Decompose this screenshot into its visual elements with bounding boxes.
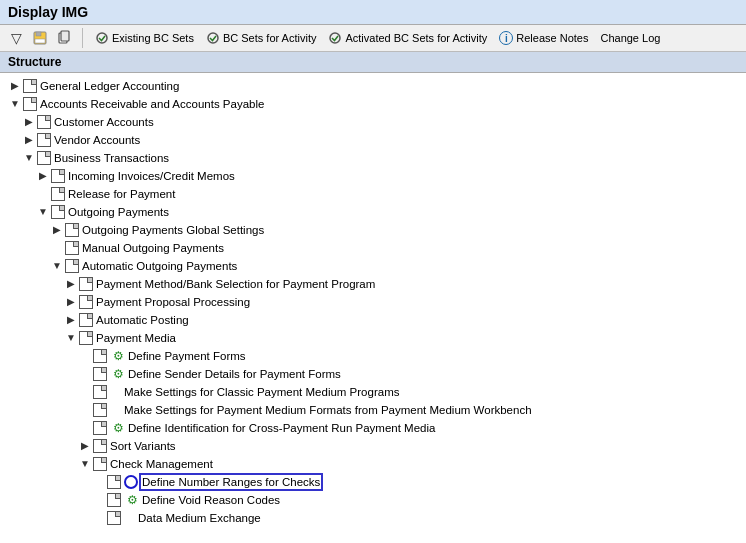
tree-node-business-transactions[interactable]: ▼ Business Transactions (4, 149, 742, 167)
doc-icon (36, 150, 52, 166)
existing-bc-sets-btn[interactable]: Existing BC Sets (91, 29, 198, 47)
expander-automatic-posting[interactable]: ▶ (64, 313, 78, 327)
section-header: Structure (0, 52, 746, 73)
doc-icon (92, 420, 108, 436)
tree-node-classic-payment[interactable]: Make Settings for Classic Payment Medium… (4, 383, 742, 401)
tree-node-vendor-accounts[interactable]: ▶ Vendor Accounts (4, 131, 742, 149)
expander-payment-method[interactable]: ▶ (64, 277, 78, 291)
doc-icon (22, 96, 38, 112)
expander-automatic-outgoing[interactable]: ▼ (50, 259, 64, 273)
doc-icon (36, 132, 52, 148)
tree-node-void-reason-codes[interactable]: ⚙ Define Void Reason Codes (4, 491, 742, 509)
node-label: Accounts Receivable and Accounts Payable (40, 96, 264, 112)
release-notes-btn[interactable]: i Release Notes (495, 29, 592, 47)
expander-incoming-invoices[interactable]: ▶ (36, 169, 50, 183)
node-label: General Ledger Accounting (40, 78, 179, 94)
doc-icon (78, 276, 94, 292)
expander-accounts-receivable[interactable]: ▼ (8, 97, 22, 111)
node-label: Data Medium Exchange (138, 510, 261, 526)
doc-icon (64, 258, 80, 274)
save-icon[interactable] (30, 28, 50, 48)
node-label[interactable]: Define Number Ranges for Checks (140, 474, 322, 490)
expander-customer-accounts[interactable]: ▶ (22, 115, 36, 129)
tree-node-global-settings[interactable]: ▶ Outgoing Payments Global Settings (4, 221, 742, 239)
tree-node-release-for-payment[interactable]: Release for Payment (4, 185, 742, 203)
bc-sets-activity-btn[interactable]: BC Sets for Activity (202, 29, 321, 47)
tree-node-general-ledger[interactable]: ▶ General Ledger Accounting (4, 77, 742, 95)
expander-business-transactions[interactable]: ▼ (22, 151, 36, 165)
doc-icon (50, 204, 66, 220)
node-label: Define Void Reason Codes (142, 492, 280, 508)
node-label: Make Settings for Classic Payment Medium… (124, 384, 399, 400)
svg-point-6 (208, 33, 218, 43)
doc-icon (92, 366, 108, 382)
svg-rect-4 (61, 31, 69, 41)
expander-check-management[interactable]: ▼ (78, 457, 92, 471)
tree-node-cross-payment[interactable]: ⚙ Define Identification for Cross-Paymen… (4, 419, 742, 437)
node-label: Define Identification for Cross-Payment … (128, 420, 435, 436)
svg-point-5 (97, 33, 107, 43)
title-bar: Display IMG (0, 0, 746, 25)
node-label: Release for Payment (68, 186, 175, 202)
node-label: Automatic Posting (96, 312, 189, 328)
node-label: Vendor Accounts (54, 132, 140, 148)
doc-icon (78, 330, 94, 346)
expander-payment-proposal[interactable]: ▶ (64, 295, 78, 309)
tree-node-automatic-outgoing[interactable]: ▼ Automatic Outgoing Payments (4, 257, 742, 275)
doc-icon (106, 492, 122, 508)
expander-global-settings[interactable]: ▶ (50, 223, 64, 237)
tree-node-incoming-invoices[interactable]: ▶ Incoming Invoices/Credit Memos (4, 167, 742, 185)
svg-rect-2 (35, 39, 45, 43)
tree-node-outgoing-payments[interactable]: ▼ Outgoing Payments (4, 203, 742, 221)
doc-icon (64, 222, 80, 238)
doc-icon (92, 456, 108, 472)
doc-icon (106, 474, 122, 490)
tree-node-customer-accounts[interactable]: ▶ Customer Accounts (4, 113, 742, 131)
expander-sort-variants[interactable]: ▶ (78, 439, 92, 453)
tree-node-accounts-receivable[interactable]: ▼ Accounts Receivable and Accounts Payab… (4, 95, 742, 113)
doc-icon (78, 294, 94, 310)
doc-icon (50, 168, 66, 184)
gear-icon: ⚙ (124, 492, 140, 508)
tree-node-define-sender-details[interactable]: ⚙ Define Sender Details for Payment Form… (4, 365, 742, 383)
expander-outgoing-payments[interactable]: ▼ (36, 205, 50, 219)
arrow-down-icon[interactable]: ▽ (6, 28, 26, 48)
tree-node-payment-medium-workbench[interactable]: Make Settings for Payment Medium Formats… (4, 401, 742, 419)
page-title: Display IMG (8, 4, 88, 20)
expander-vendor-accounts[interactable]: ▶ (22, 133, 36, 147)
gear-icon: ⚙ (110, 366, 126, 382)
svg-rect-1 (36, 32, 41, 36)
node-label: Make Settings for Payment Medium Formats… (124, 402, 532, 418)
copy-icon[interactable] (54, 28, 74, 48)
node-label: Define Payment Forms (128, 348, 246, 364)
doc-icon (92, 384, 108, 400)
tree-node-define-payment-forms[interactable]: ⚙ Define Payment Forms (4, 347, 742, 365)
tree-area[interactable]: ▶ General Ledger Accounting ▼ Accounts R… (0, 73, 746, 530)
svg-point-7 (330, 33, 340, 43)
gear-icon: ⚙ (110, 420, 126, 436)
node-label: Check Management (110, 456, 213, 472)
expander-general-ledger[interactable]: ▶ (8, 79, 22, 93)
tree-node-sort-variants[interactable]: ▶ Sort Variants (4, 437, 742, 455)
node-label: Define Sender Details for Payment Forms (128, 366, 341, 382)
doc-icon (92, 438, 108, 454)
node-label: Outgoing Payments (68, 204, 169, 220)
tree-node-payment-media[interactable]: ▼ Payment Media (4, 329, 742, 347)
tree-node-number-ranges[interactable]: Define Number Ranges for Checks (4, 473, 742, 491)
tree-node-check-management[interactable]: ▼ Check Management (4, 455, 742, 473)
doc-icon (64, 240, 80, 256)
expander-payment-media[interactable]: ▼ (64, 331, 78, 345)
tree-node-payment-method[interactable]: ▶ Payment Method/Bank Selection for Paym… (4, 275, 742, 293)
doc-icon (78, 312, 94, 328)
change-log-btn[interactable]: Change Log (596, 30, 664, 46)
tree-node-automatic-posting[interactable]: ▶ Automatic Posting (4, 311, 742, 329)
node-label: Payment Media (96, 330, 176, 346)
doc-icon (92, 402, 108, 418)
node-label: Payment Method/Bank Selection for Paymen… (96, 276, 375, 292)
tree-node-payment-proposal[interactable]: ▶ Payment Proposal Processing (4, 293, 742, 311)
doc-icon (22, 78, 38, 94)
tree-node-data-medium-exchange[interactable]: Data Medium Exchange (4, 509, 742, 527)
tree-node-manual-outgoing[interactable]: Manual Outgoing Payments (4, 239, 742, 257)
activated-bc-sets-btn[interactable]: Activated BC Sets for Activity (324, 29, 491, 47)
node-label: Business Transactions (54, 150, 169, 166)
